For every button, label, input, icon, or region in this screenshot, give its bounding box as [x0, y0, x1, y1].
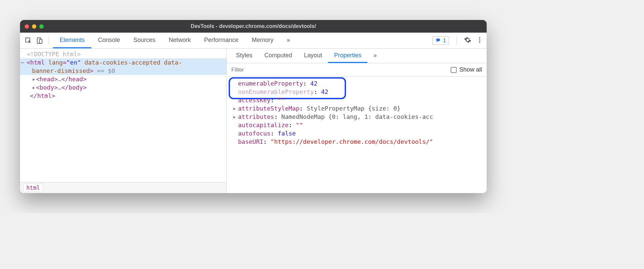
sidebar-tabs: Styles Computed Layout Properties » [227, 49, 487, 63]
inspect-element-icon[interactable] [23, 36, 33, 46]
dom-doctype[interactable]: <!DOCTYPE html> [20, 50, 226, 58]
svg-rect-2 [39, 39, 42, 43]
dom-head-element[interactable]: ▸<head>…</head> [20, 75, 226, 83]
subtab-computed[interactable]: Computed [258, 49, 298, 63]
window-title: DevTools - developer.chrome.com/docs/dev… [20, 23, 487, 29]
property-row[interactable]: ▸attributeStyleMap: StylePropertyMap {si… [233, 104, 483, 113]
sidebar-panel: Styles Computed Layout Properties » Show… [227, 49, 487, 193]
toolbar-divider [49, 37, 49, 45]
dom-html-element-cont[interactable]: banner-dismissed> == $0 [20, 67, 226, 75]
expand-arrow-icon[interactable]: ▸ [233, 113, 236, 120]
property-row[interactable]: enumerableProperty: 42 [233, 79, 483, 88]
traffic-lights [25, 24, 44, 29]
main-content: <!DOCTYPE html> ⋯ <html lang="en" data-c… [20, 49, 487, 193]
subtab-styles[interactable]: Styles [230, 49, 258, 63]
titlebar: DevTools - developer.chrome.com/docs/dev… [20, 20, 487, 33]
property-row[interactable]: autofocus: false [233, 129, 483, 137]
kebab-menu-icon[interactable] [476, 36, 483, 45]
dom-html-close[interactable]: </html> [20, 92, 226, 100]
properties-list[interactable]: enumerableProperty: 42 nonEnumerableProp… [227, 77, 487, 193]
expand-arrow-icon[interactable]: ▸ [233, 105, 236, 112]
tab-network[interactable]: Network [162, 33, 197, 48]
tab-elements[interactable]: Elements [53, 33, 91, 48]
show-all-label: Show all [459, 66, 482, 73]
minimize-window-button[interactable] [32, 24, 36, 29]
elements-panel: <!DOCTYPE html> ⋯ <html lang="en" data-c… [20, 49, 227, 193]
show-all-checkbox[interactable] [451, 67, 457, 73]
subtab-properties[interactable]: Properties [328, 49, 367, 63]
maximize-window-button[interactable] [39, 24, 44, 29]
tab-performance[interactable]: Performance [197, 33, 245, 48]
main-toolbar: Elements Console Sources Network Perform… [20, 33, 487, 49]
svg-point-4 [479, 39, 480, 41]
tab-memory[interactable]: Memory [245, 33, 280, 48]
property-row[interactable]: autocapitalize: "" [233, 121, 483, 129]
breadcrumb: html [20, 182, 226, 193]
property-row[interactable]: baseURI: "https://developer.chrome.com/d… [233, 137, 483, 146]
svg-point-5 [479, 41, 480, 43]
breadcrumb-html[interactable]: html [23, 183, 43, 192]
property-row[interactable]: nonEnumerableProperty: 42 [233, 88, 483, 96]
settings-gear-icon[interactable] [464, 36, 471, 45]
property-row[interactable]: accessKey: "" [233, 96, 483, 104]
device-toggle-icon[interactable] [35, 36, 45, 46]
dom-tree[interactable]: <!DOCTYPE html> ⋯ <html lang="en" data-c… [20, 49, 226, 182]
issues-badge[interactable]: 1 [432, 36, 449, 45]
property-row[interactable]: ▸attributes: NamedNodeMap {0: lang, 1: d… [233, 113, 483, 121]
expand-ellipsis-icon[interactable]: ⋯ [21, 59, 24, 66]
filter-input[interactable] [231, 67, 451, 73]
subtab-layout[interactable]: Layout [298, 49, 328, 63]
toolbar-divider-2 [456, 37, 457, 45]
dom-html-element[interactable]: ⋯ <html lang="en" data-cookies-accepted … [20, 58, 226, 67]
main-tabs: Elements Console Sources Network Perform… [53, 33, 297, 48]
subtab-more[interactable]: » [367, 49, 383, 63]
tab-console[interactable]: Console [91, 33, 127, 48]
tab-sources[interactable]: Sources [127, 33, 162, 48]
filter-bar: Show all [227, 63, 487, 77]
svg-point-3 [479, 37, 480, 38]
tab-more[interactable]: » [280, 33, 297, 48]
issues-count: 1 [443, 38, 446, 44]
dom-body-element[interactable]: ▸<body>…</body> [20, 83, 226, 92]
devtools-window: DevTools - developer.chrome.com/docs/dev… [20, 20, 487, 193]
close-window-button[interactable] [25, 24, 29, 29]
